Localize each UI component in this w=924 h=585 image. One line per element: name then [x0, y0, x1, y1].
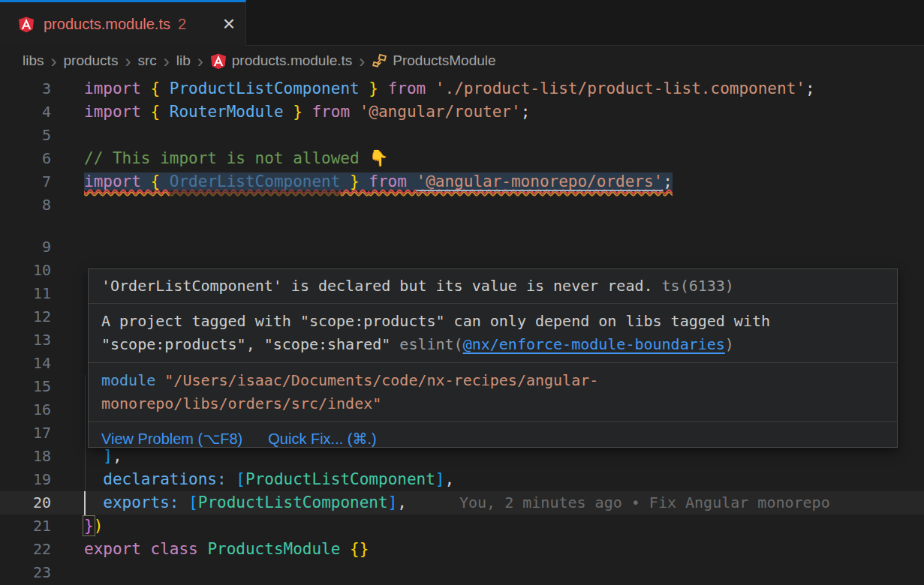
line-number: 7: [0, 170, 51, 194]
code-token: declarations: [103, 470, 217, 488]
code-line[interactable]: // This import is not allowed 👇: [84, 147, 389, 170]
line-number: 14: [0, 352, 51, 375]
code-token: monorepo/libs/orders/src/index": [101, 394, 381, 412]
breadcrumb-item-libs[interactable]: libs: [23, 52, 44, 69]
code-token: ts(6133): [662, 277, 734, 295]
quick-fix-link[interactable]: Quick Fix... (⌘.): [268, 430, 376, 448]
code-token: A project tagged with "scope:products" c…: [101, 312, 770, 330]
code-token: @nx/enforce-module-boundaries: [463, 335, 725, 353]
code-token: ProductListComponent: [198, 494, 388, 512]
code-token: ,: [397, 494, 407, 512]
code-token: }: [84, 517, 94, 535]
code-token: [179, 494, 188, 512]
hover-ts-error: 'OrderListComponent' is declared but its…: [89, 269, 897, 303]
code-line[interactable]: import { OrderListComponent } from '@ang…: [84, 170, 673, 194]
view-problem-link[interactable]: View Problem (⌥F8): [101, 430, 242, 448]
line-number: 15: [0, 375, 51, 398]
tab-error-count-badge: 2: [178, 16, 186, 33]
hover-text-line: "scope:products", "scope:shared" eslint(…: [101, 333, 884, 356]
code-token: [84, 494, 103, 512]
line-number: 18: [0, 445, 51, 468]
class-icon: [372, 53, 387, 69]
line-number: 8: [0, 194, 51, 217]
code-token: 'OrderListComponent' is declared but its…: [101, 277, 662, 295]
code-token: from: [388, 80, 435, 98]
code-token: from: [369, 172, 416, 190]
angular-icon: [18, 16, 35, 33]
breadcrumb-separator: ›: [125, 54, 131, 68]
error-hover-tooltip: 'OrderListComponent' is declared but its…: [88, 268, 898, 448]
close-icon[interactable]: ×: [223, 16, 235, 32]
code-token: [227, 470, 236, 488]
breadcrumb-item-productsmodule[interactable]: ProductsModule: [372, 52, 495, 69]
line-number: 3: [0, 77, 51, 100]
line-number: 17: [0, 422, 51, 445]
code-token: import: [84, 103, 151, 121]
code-token: // This import is not allowed: [84, 149, 369, 167]
code-line[interactable]: }): [84, 514, 103, 538]
code-token: ProductListComponent: [245, 470, 435, 488]
line-number: 23: [0, 561, 51, 584]
code-token: ,: [445, 470, 455, 488]
git-blame-annotation: You, 2 minutes ago • Fix Angular monorep…: [459, 491, 830, 514]
code-token: export class: [84, 540, 207, 558]
breadcrumb-item-products.module.ts[interactable]: products.module.ts: [210, 52, 353, 70]
code-token: from: [312, 103, 359, 121]
code-token: ;: [663, 172, 673, 190]
angular-icon: [210, 52, 227, 70]
breadcrumb-separator: ›: [51, 54, 57, 68]
code-token: [: [236, 470, 245, 488]
code-token: import: [84, 80, 151, 98]
code-token: eslint(: [399, 335, 462, 353]
hover-highlight-range: import { OrderListComponent } from '@ang…: [84, 172, 673, 190]
editor[interactable]: 34567891011121314151617181920212223 impo…: [0, 75, 924, 585]
hover-module-path: module "/Users/isaac/Documents/code/nx-r…: [89, 363, 897, 422]
breadcrumb: libs›products›src›lib›products.module.ts…: [0, 46, 924, 75]
code-token: './product-list/product-list.component': [435, 80, 805, 98]
line-number: 20: [0, 491, 51, 514]
hover-text-line: monorepo/libs/orders/src/index": [101, 392, 884, 416]
breadcrumb-item-src[interactable]: src: [137, 52, 156, 69]
hover-text-line: A project tagged with "scope:products" c…: [101, 310, 884, 333]
line-number: 12: [0, 305, 51, 328]
line-number: 22: [0, 538, 51, 561]
breadcrumb-item-lib[interactable]: lib: [176, 52, 191, 69]
breadcrumb-item-products[interactable]: products: [64, 52, 119, 69]
error-squiggle: import { OrderListComponent } from '@ang…: [84, 172, 673, 190]
line-number: 4: [0, 100, 51, 124]
code-token: module: [101, 371, 164, 389]
breadcrumb-separator: ›: [359, 54, 365, 68]
code-line[interactable]: declarations: [ProductListComponent],: [84, 468, 454, 491]
code-token: ]: [435, 470, 445, 488]
line-number: 9: [0, 236, 51, 259]
code-line[interactable]: exports: [ProductListComponent],: [84, 491, 407, 514]
line-number: 11: [0, 282, 51, 305]
line-number: 10: [0, 259, 51, 282]
code-token: '@angular-monorepo/orders': [417, 172, 664, 190]
code-line[interactable]: export class ProductsModule {}: [84, 538, 369, 561]
breadcrumb-label: products: [64, 52, 119, 69]
code-token: import: [84, 172, 151, 190]
code-token: exports: [103, 494, 170, 512]
code-token: ): [725, 335, 734, 353]
breadcrumb-label: src: [137, 52, 156, 69]
line-number: 13: [0, 328, 51, 352]
code-token: 👇: [369, 149, 388, 167]
code-token: "/Users/isaac/Documents/code/nx-recipes/…: [164, 371, 598, 389]
code-line[interactable]: import { RouterModule } from '@angular/r…: [84, 100, 530, 124]
code-token: {: [151, 172, 170, 190]
tab-products-module[interactable]: products.module.ts 2 ×: [0, 0, 246, 46]
code-token: }: [360, 80, 388, 98]
breadcrumb-label: ProductsModule: [393, 52, 495, 69]
line-number: 6: [0, 147, 51, 170]
breadcrumb-label: lib: [176, 52, 191, 69]
code-line[interactable]: import { ProductListComponent } from './…: [84, 77, 815, 100]
tab-title: products.module.ts: [44, 16, 170, 33]
hover-eslint-error: A project tagged with "scope:products" c…: [89, 304, 897, 362]
line-number: 16: [0, 398, 51, 422]
code-token: OrderListComponent: [170, 172, 341, 190]
code-token: ProductsModule: [207, 540, 350, 558]
code-token: ;: [521, 103, 531, 121]
code-token: {: [151, 103, 170, 121]
code-token: :: [217, 470, 227, 488]
